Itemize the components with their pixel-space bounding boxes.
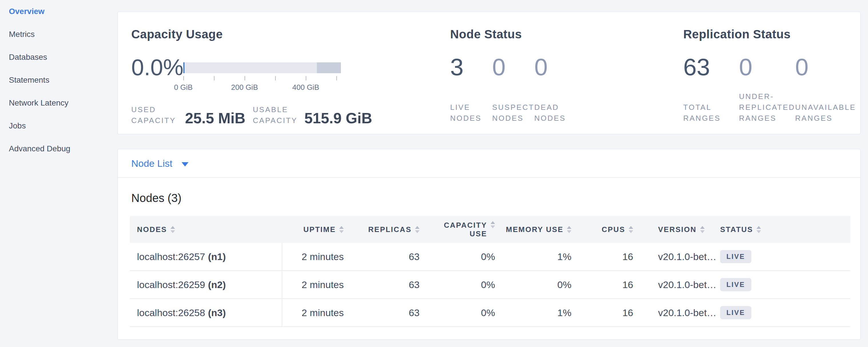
capacity-use-cell: 0% — [420, 299, 495, 326]
sort-arrows-icon[interactable] — [700, 226, 705, 233]
sort-arrows-icon[interactable] — [629, 226, 633, 233]
under-replicated-label-line2: REPLICATED — [739, 102, 795, 113]
live-nodes-label-line1: LIVE — [450, 102, 492, 113]
column-header-capacity-use[interactable]: CAPACITY USE — [420, 216, 495, 243]
column-header-replicas[interactable]: REPLICAS — [344, 216, 420, 243]
column-header-status[interactable]: STATUS — [720, 216, 850, 243]
capacity-use-cell: 0% — [420, 243, 495, 270]
sort-arrows-icon[interactable] — [415, 226, 420, 233]
under-replicated-ranges-label: UNDER- REPLICATED RANGES — [739, 91, 795, 124]
capacity-bar-reserved-segment — [317, 62, 341, 73]
sort-arrows-icon[interactable] — [567, 226, 571, 233]
dead-nodes-label-line2: NODES — [534, 113, 566, 124]
status-cell: LIVE — [720, 299, 850, 326]
column-header-status-label: STATUS — [720, 225, 753, 234]
sidebar-item-overview[interactable]: Overview — [0, 0, 117, 23]
capacity-bar-used-segment — [183, 62, 184, 73]
node-id: (n3) — [208, 307, 226, 318]
nodes-section-title: Nodes (3) — [131, 192, 860, 204]
nodes-table-header: NODES UPTIME REPLICAS CAPACITY USE MEMOR… — [130, 216, 850, 243]
sidebar-item-databases[interactable]: Databases — [0, 46, 117, 69]
sort-arrows-icon[interactable] — [756, 226, 761, 233]
sort-arrows-icon[interactable] — [339, 226, 344, 233]
capacity-bar-chart: 0 GiB 200 GiB 400 GiB — [183, 62, 341, 73]
live-nodes-label: LIVE NODES — [450, 102, 492, 124]
node-address-cell[interactable]: localhost:26258 (n3) — [130, 299, 282, 326]
node-address-cell[interactable]: localhost:26257 (n1) — [130, 243, 282, 270]
axis-tick-label: 0 GiB — [174, 83, 192, 92]
node-id: (n2) — [208, 279, 226, 290]
memory-use-cell: 1% — [495, 299, 571, 326]
replicas-cell: 63 — [344, 271, 420, 298]
table-row: localhost:26257 (n1) 2 minutes 63 0% 1% … — [130, 243, 850, 271]
node-address: localhost:26259 — [137, 279, 205, 290]
node-address-cell[interactable]: localhost:26259 (n2) — [130, 271, 282, 298]
sidebar-item-jobs[interactable]: Jobs — [0, 115, 117, 137]
sidebar-item-metrics[interactable]: Metrics — [0, 23, 117, 46]
replication-status-stats: 63 TOTAL RANGES 0 UNDER- REPLICATED RANG… — [683, 55, 856, 124]
dead-nodes-value: 0 — [534, 55, 566, 79]
column-header-version[interactable]: VERSION — [633, 216, 720, 243]
status-cell: LIVE — [720, 243, 850, 270]
uptime-cell: 2 minutes — [282, 271, 344, 298]
unavailable-ranges-label-line2: RANGES — [795, 113, 856, 124]
usable-capacity-label-line2: CAPACITY — [253, 115, 298, 126]
capacity-bar-track — [183, 62, 341, 73]
column-header-replicas-label: REPLICAS — [368, 225, 411, 234]
version-cell: v20.1.0-bet… — [633, 299, 720, 326]
suspect-nodes-stat: 0 SUSPECT NODES — [492, 55, 534, 124]
sort-arrows-icon[interactable] — [491, 221, 495, 228]
total-ranges-label-line1: TOTAL — [683, 102, 739, 113]
column-header-cpus-label: CPUS — [602, 225, 625, 234]
node-list-card: Node List Nodes (3) NODES UPTIME REPLICA… — [117, 149, 861, 340]
column-header-nodes-label: NODES — [137, 225, 167, 234]
used-capacity-label: USED CAPACITY — [131, 104, 176, 126]
node-list-dropdown-label[interactable]: Node List — [131, 158, 173, 169]
node-status-stats: 3 LIVE NODES 0 SUSPECT NODES 0 DEAD NODE… — [450, 55, 566, 124]
version-cell: v20.1.0-bet… — [633, 271, 720, 298]
replicas-cell: 63 — [344, 243, 420, 270]
cpus-cell: 16 — [571, 299, 633, 326]
axis-tick — [306, 76, 306, 81]
chevron-down-icon[interactable] — [182, 162, 188, 166]
sidebar-item-statements[interactable]: Statements — [0, 69, 117, 92]
capacity-use-header-line2: USE — [444, 229, 487, 238]
unavailable-ranges-stat: 0 UNAVAILABLE RANGES — [795, 55, 856, 124]
axis-tick — [245, 76, 245, 81]
usable-capacity-label: USABLE CAPACITY — [253, 104, 298, 126]
node-address: localhost:26257 — [137, 251, 205, 262]
used-capacity-label-line2: CAPACITY — [131, 115, 176, 126]
capacity-used-percent: 0.0% — [131, 56, 183, 80]
sidebar-item-advanced-debug[interactable]: Advanced Debug — [0, 137, 117, 160]
node-list-dropdown[interactable]: Node List — [118, 149, 860, 178]
node-id: (n1) — [208, 251, 226, 262]
axis-tick-label: 200 GiB — [231, 83, 258, 92]
column-header-version-label: VERSION — [658, 225, 697, 234]
uptime-cell: 2 minutes — [282, 299, 344, 326]
live-nodes-stat: 3 LIVE NODES — [450, 55, 492, 124]
under-replicated-ranges-value: 0 — [739, 55, 795, 79]
sidebar-item-network-latency[interactable]: Network Latency — [0, 92, 117, 115]
node-status-title: Node Status — [450, 28, 522, 41]
nodes-table: NODES UPTIME REPLICAS CAPACITY USE MEMOR… — [130, 216, 850, 327]
column-header-memory-use[interactable]: MEMORY USE — [495, 216, 571, 243]
suspect-nodes-label-line1: SUSPECT — [492, 102, 534, 113]
live-nodes-value: 3 — [450, 55, 492, 79]
axis-tick — [183, 76, 184, 81]
axis-tick — [214, 76, 215, 81]
column-header-nodes[interactable]: NODES — [130, 216, 282, 243]
replication-status-title: Replication Status — [683, 28, 790, 41]
used-capacity-label-line1: USED — [131, 104, 176, 115]
memory-use-cell: 1% — [495, 243, 571, 270]
usable-capacity-label-line1: USABLE — [253, 104, 298, 115]
axis-tick — [275, 76, 276, 81]
sort-arrows-icon[interactable] — [170, 226, 175, 233]
capacity-usage-title: Capacity Usage — [131, 28, 223, 41]
column-header-cpus[interactable]: CPUS — [571, 216, 633, 243]
column-header-uptime-label: UPTIME — [304, 225, 336, 234]
cluster-summary-card: Capacity Usage 0.0% 0 GiB 200 GiB 400 Gi… — [117, 11, 861, 134]
column-header-uptime[interactable]: UPTIME — [282, 216, 344, 243]
cpus-cell: 16 — [571, 243, 633, 270]
memory-use-cell: 0% — [495, 271, 571, 298]
table-row: localhost:26259 (n2) 2 minutes 63 0% 0% … — [130, 271, 850, 299]
